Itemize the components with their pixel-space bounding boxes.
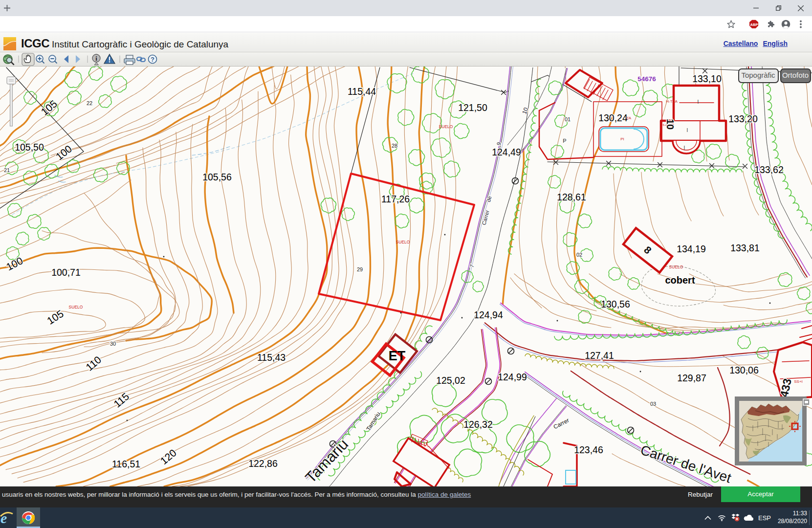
- svg-text:P: P: [563, 138, 566, 144]
- svg-text:134,19: 134,19: [677, 243, 706, 254]
- svg-text:115,43: 115,43: [257, 352, 285, 363]
- svg-text:54676: 54676: [637, 75, 656, 83]
- svg-text:121,50: 121,50: [458, 102, 487, 113]
- svg-text:126,32: 126,32: [463, 419, 493, 430]
- svg-text:ABP: ABP: [750, 22, 758, 27]
- svg-text:133,10: 133,10: [692, 73, 722, 84]
- svg-text:cobert: cobert: [665, 275, 695, 286]
- svg-text:130,56: 130,56: [601, 299, 630, 309]
- svg-text:122,86: 122,86: [248, 458, 278, 469]
- svg-text:28: 28: [392, 143, 397, 149]
- svg-text:124,94: 124,94: [474, 309, 503, 320]
- svg-text:125,02: 125,02: [436, 375, 465, 386]
- svg-text:127,41: 127,41: [585, 350, 614, 361]
- svg-text:I: I: [687, 128, 688, 133]
- svg-text:03: 03: [650, 401, 656, 407]
- svg-text:117,26: 117,26: [381, 194, 410, 204]
- svg-text:30: 30: [110, 341, 116, 347]
- svg-text:SUELO: SUELO: [669, 264, 683, 269]
- svg-text:105,50: 105,50: [15, 142, 44, 153]
- svg-text:Ortofoto: Ortofoto: [782, 71, 809, 79]
- svg-text:I: I: [684, 145, 685, 151]
- svg-text:PI: PI: [620, 137, 624, 141]
- svg-text:130,06: 130,06: [729, 365, 759, 375]
- svg-text:115,44: 115,44: [348, 86, 376, 97]
- svg-text:29: 29: [357, 266, 363, 272]
- svg-text:133,81: 133,81: [730, 242, 760, 253]
- svg-text:124,99: 124,99: [498, 372, 527, 382]
- svg-text:I: I: [698, 99, 699, 105]
- svg-text:10: 10: [665, 119, 676, 130]
- svg-text:100,71: 100,71: [51, 267, 81, 278]
- svg-text:02: 02: [576, 252, 582, 258]
- svg-text:ET: ET: [389, 349, 406, 363]
- svg-text:Topogràfic: Topogràfic: [741, 71, 775, 79]
- svg-text:116,51: 116,51: [112, 459, 140, 469]
- svg-text:22: 22: [87, 100, 92, 106]
- svg-text:01: 01: [565, 116, 571, 122]
- svg-text:i: i: [95, 55, 97, 62]
- svg-text:124,49: 124,49: [492, 147, 521, 157]
- svg-text:SUELO: SUELO: [396, 240, 410, 244]
- svg-text:105,56: 105,56: [202, 172, 232, 182]
- svg-text:123,46: 123,46: [574, 444, 603, 455]
- svg-text:ZA: ZA: [626, 116, 632, 120]
- svg-text:133,62: 133,62: [754, 164, 784, 175]
- svg-text:21: 21: [4, 167, 10, 173]
- svg-text:SUELO: SUELO: [69, 305, 83, 309]
- svg-text:SUELO: SUELO: [439, 124, 453, 129]
- svg-text:130,24: 130,24: [598, 112, 628, 123]
- svg-text:128,61: 128,61: [557, 192, 586, 202]
- svg-text:H-TZA: H-TZA: [666, 99, 678, 104]
- svg-text:SS+I: SS+I: [794, 379, 803, 384]
- svg-text:?: ?: [151, 56, 154, 63]
- svg-text:129,87: 129,87: [677, 373, 706, 383]
- svg-text:133,20: 133,20: [728, 113, 758, 124]
